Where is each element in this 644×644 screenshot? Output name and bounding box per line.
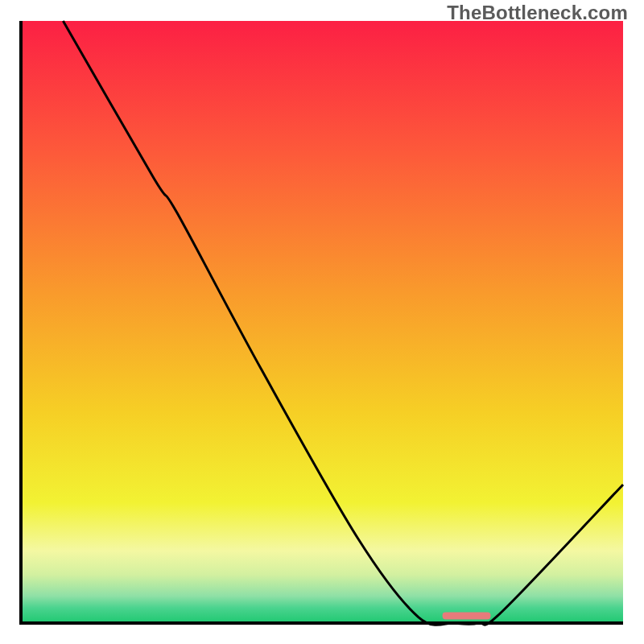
bottleneck-chart: TheBottleneck.com [0, 0, 644, 644]
optimal-range-marker [443, 613, 491, 620]
watermark-text: TheBottleneck.com [447, 2, 628, 24]
plot-background [21, 21, 623, 623]
chart-canvas [0, 0, 644, 644]
